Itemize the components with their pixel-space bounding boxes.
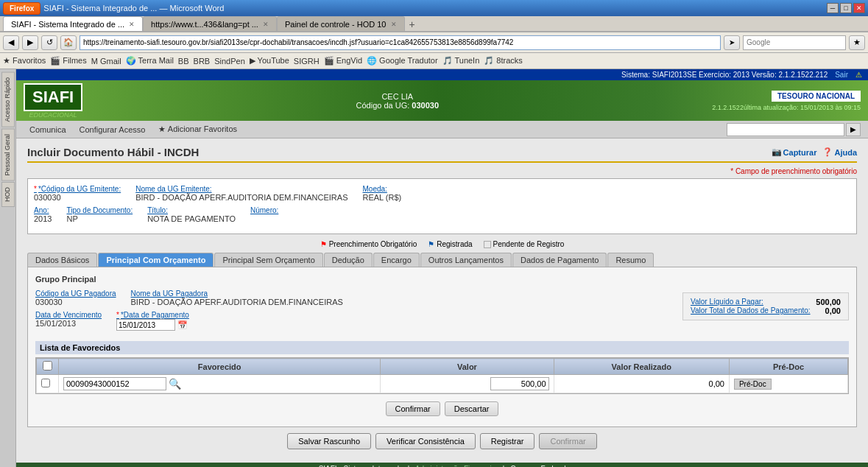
bookmark-sindpen[interactable]: SindPen xyxy=(214,57,245,66)
favorecido-input[interactable] xyxy=(63,377,166,390)
bookmark-favoritos[interactable]: ★ Favoritos xyxy=(3,56,46,66)
siafi-logo: SIAFI EDUCACIONAL xyxy=(24,83,82,119)
tab-close-icon[interactable]: ✕ xyxy=(129,21,135,28)
bookmark-bb[interactable]: BB xyxy=(178,57,189,66)
tab-resumo[interactable]: Resumo xyxy=(607,253,654,267)
verificar-consistencia-button[interactable]: Verificar Consistência xyxy=(375,433,476,449)
row-checkbox[interactable] xyxy=(41,379,50,387)
tab-close-icon[interactable]: ✕ xyxy=(391,21,397,28)
forward-button[interactable]: ▶ xyxy=(22,35,38,50)
bookmark-terramail[interactable]: 🌍 Terra Mail xyxy=(126,56,174,66)
bookmark-youtube[interactable]: ▶ YouTube xyxy=(250,56,289,66)
ug-pagadora-name-label: Nome da UG Pagadora xyxy=(131,289,343,298)
pagamento-input[interactable] xyxy=(116,319,175,331)
tab-dados-pagamento[interactable]: Dados de Pagamento xyxy=(512,253,607,267)
pre-doc-cell: Pré-Doc xyxy=(729,375,847,393)
version-info: 2.1.2.1522última atualização: 15/01/2013… xyxy=(712,104,861,111)
favorecidos-table: Favorecido Valor Valor Realizado Pré-Doc xyxy=(36,358,848,393)
col-checkbox-header xyxy=(37,359,59,375)
nav-configurar[interactable]: Configurar Acesso xyxy=(74,124,152,136)
valor-liquido-label: Valor Líquido a Pagar: xyxy=(691,298,763,306)
col-valor-header: Valor xyxy=(381,359,554,375)
browser-tab-bar: SIAFI - Sistema Integrado de ... ✕ https… xyxy=(0,16,868,32)
minimize-button[interactable]: ─ xyxy=(827,3,839,13)
siafi-logo-sub: EDUCACIONAL xyxy=(29,111,77,119)
browser-tab-1[interactable]: https://www.t...436&lang=pt ... ✕ xyxy=(143,16,277,31)
bookmark-tunein[interactable]: 🎵 TuneIn xyxy=(442,56,480,66)
nav-search-input[interactable] xyxy=(727,123,844,136)
descartar-button[interactable]: Descartar xyxy=(445,401,499,416)
maximize-button[interactable]: □ xyxy=(840,3,852,13)
dates-row: Data de Vencimento 15/01/2013 *Data de P… xyxy=(35,311,564,331)
close-button[interactable]: ✕ xyxy=(853,3,865,13)
col-pre-doc-header: Pré-Doc xyxy=(729,359,847,375)
browser-tab-0[interactable]: SIAFI - Sistema Integrado de ... ✕ xyxy=(3,16,143,31)
back-button[interactable]: ◀ xyxy=(3,35,19,50)
ug-pagadora-code-value: 030030 xyxy=(35,298,116,306)
siafi-header: SIAFI EDUCACIONAL CEC LIA Código da UG: … xyxy=(16,80,868,121)
tab-label: https://www.t...436&lang=pt ... xyxy=(151,20,258,29)
address-input[interactable] xyxy=(80,35,721,50)
moeda-field: Moeda: REAL (R$) xyxy=(362,185,401,202)
refresh-button[interactable]: ↺ xyxy=(41,35,57,50)
salvar-rascunho-button[interactable]: Salvar Rascunho xyxy=(287,433,371,449)
calendar-icon[interactable]: 📅 xyxy=(177,320,188,330)
nav-favoritos[interactable]: ★ Adicionar Favoritos xyxy=(152,123,243,136)
ug-emitente-value: 030030 xyxy=(34,193,121,202)
sidebar-item-acesso[interactable]: Acesso Rápido xyxy=(1,72,15,127)
bookmark-filmes[interactable]: 🎬 Filmes xyxy=(50,56,86,66)
flag-red-icon: ⚑ xyxy=(320,240,327,248)
tab-dados-basicos[interactable]: Dados Básicos xyxy=(27,253,97,267)
bookmark-sigrh[interactable]: SIGRH xyxy=(294,57,320,66)
home-button[interactable]: 🏠 xyxy=(60,35,77,50)
vencimento-field: Data de Vencimento 15/01/2013 xyxy=(35,311,102,331)
sidebar-item-pessoal[interactable]: Pessoal Geral xyxy=(1,129,15,181)
firefox-button[interactable]: Firefox xyxy=(3,2,40,15)
tab-principal-com-orcamento[interactable]: Principal Com Orçamento xyxy=(98,253,214,267)
favorecidos-title: Lista de Favorecidos xyxy=(35,341,849,354)
valor-input[interactable] xyxy=(490,377,549,390)
confirmar-disabled-button: Confirmar xyxy=(539,433,596,449)
new-tab-button[interactable]: + xyxy=(405,18,420,31)
pre-doc-button[interactable]: Pré-Doc xyxy=(734,379,772,390)
tesouro-logo: TESOURO NACIONAL xyxy=(772,91,861,102)
tab-close-icon[interactable]: ✕ xyxy=(263,21,269,28)
sidebar-item-hod[interactable]: HOD xyxy=(1,182,15,207)
group-content: Código da UG Pagadora 030030 Nome da UG … xyxy=(35,289,849,335)
search-favorecido-icon[interactable]: 🔍 xyxy=(169,378,181,390)
bookmark-gmail[interactable]: M Gmail xyxy=(91,57,121,66)
vencimento-label: Data de Vencimento xyxy=(35,311,102,319)
form-row-2: Ano: 2013 Tipo de Documento: NP Título: … xyxy=(34,206,850,223)
registrar-button[interactable]: Registrar xyxy=(480,433,535,449)
bookmarks-button[interactable]: ★ xyxy=(849,35,865,50)
tabs-bar: Dados Básicos Principal Com Orçamento Pr… xyxy=(27,253,857,267)
address-bar: ◀ ▶ ↺ 🏠 ➤ ★ xyxy=(0,32,868,53)
bookmark-google-tradutor[interactable]: 🌐 Google Tradutor xyxy=(367,56,438,66)
group-left: Código da UG Pagadora 030030 Nome da UG … xyxy=(35,289,564,335)
nav-search-button[interactable]: ▶ xyxy=(846,123,861,136)
alert-icon: ⚠ xyxy=(855,71,862,79)
ug-emitente-label: *Código da UG Emitente: xyxy=(34,185,121,193)
tab-principal-sem-orcamento[interactable]: Principal Sem Orçamento xyxy=(214,253,322,267)
nav-comunica[interactable]: Comunica xyxy=(24,124,72,136)
search-input[interactable] xyxy=(743,35,846,50)
bookmark-engvid[interactable]: 🎬 EngVid xyxy=(324,56,362,66)
confirmar-button[interactable]: Confirmar xyxy=(386,401,440,416)
sair-link[interactable]: Sair xyxy=(835,71,848,79)
select-all-checkbox[interactable] xyxy=(43,361,52,371)
capture-button[interactable]: 📷 Capturar xyxy=(772,147,817,157)
valor-total-label: Valor Total de Dados de Pagamento: xyxy=(691,306,811,315)
go-button[interactable]: ➤ xyxy=(724,35,740,50)
required-note: * Campo de preenchimento obrigatório xyxy=(27,167,857,175)
valor-realizado-cell: 0,00 xyxy=(554,375,729,393)
tab-outros-lancamentos[interactable]: Outros Lançamentos xyxy=(420,253,512,267)
tab-deducao[interactable]: Dedução xyxy=(324,253,373,267)
ug-pagadora-code-label: Código da UG Pagadora xyxy=(35,289,116,298)
bookmark-8tracks[interactable]: 🎵 8tracks xyxy=(484,56,523,66)
tab-encargo[interactable]: Encargo xyxy=(373,253,420,267)
browser-tab-2[interactable]: Painel de controle - HOD 10 ✕ xyxy=(277,16,405,31)
flag-blue-icon: ⚑ xyxy=(428,240,434,248)
favorecidos-table-wrapper: Favorecido Valor Valor Realizado Pré-Doc xyxy=(35,357,849,394)
bookmark-brb[interactable]: BRB xyxy=(194,57,211,66)
help-button[interactable]: ❓ Ajuda xyxy=(822,147,857,157)
